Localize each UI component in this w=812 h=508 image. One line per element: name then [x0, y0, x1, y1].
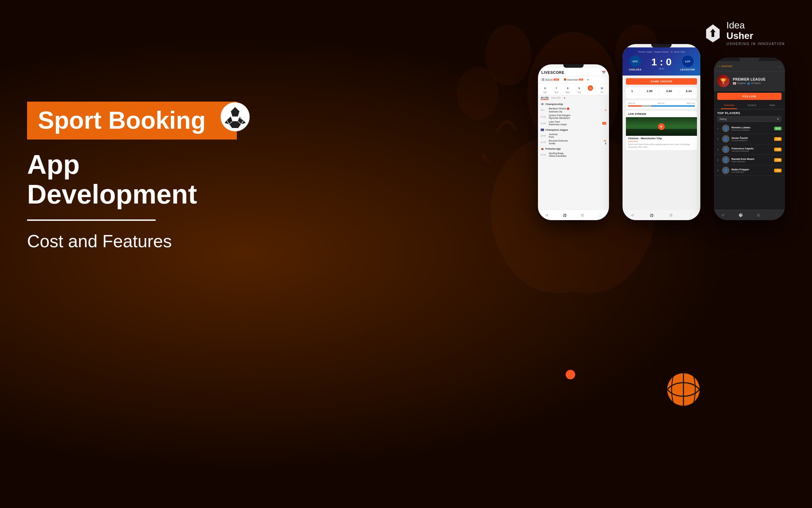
match-away-3: Rotherham United: [549, 123, 601, 126]
leagues-header: ‹ < LEAGUES ...: [714, 61, 785, 71]
player-rank-2: 2: [717, 138, 720, 140]
match-teams-5: Borussia Dortmund Sevilla: [549, 140, 602, 145]
follow-button[interactable]: FOLLOW: [717, 93, 782, 100]
teams-icon: 👥: [747, 82, 750, 85]
tab-content[interactable]: Content: [745, 102, 759, 109]
match-away-2: Wycombe Wanderers: [549, 117, 606, 119]
soccer-nav-icon[interactable]: ⚽: [562, 212, 568, 218]
match-screen: Premier League Regular Season St. James'…: [623, 44, 700, 220]
match-time-5: 22:00: [541, 141, 547, 143]
back-button[interactable]: ‹ < LEAGUES: [717, 65, 732, 67]
orange-dot: [566, 370, 575, 379]
stream-description: Estoril and Santa Clara will be playing …: [626, 143, 697, 150]
basketball-badge: 24: [579, 79, 583, 81]
player-avatar-1: 👤: [722, 125, 729, 132]
day-mon[interactable]: 8 Mon: [564, 85, 572, 95]
player-row-2: 2 👤 Goran Čaušić Central Midfielder 7.90: [714, 134, 785, 144]
match-home-3: Luton Town: [549, 121, 601, 123]
match-row-6: 23:45 Sporting Braga Vitória Guimarães: [541, 151, 606, 158]
phone-notch-3: [739, 58, 760, 61]
poss-draw-label: 15% (3): [657, 102, 664, 104]
day-sun[interactable]: 7 Sun: [552, 85, 560, 95]
possession-bar: 20% (4) 15% (3) 65% (13): [626, 100, 697, 109]
match-refresh-icon[interactable]: ↺: [629, 212, 635, 218]
match-header: Premier League Regular Season St. James'…: [623, 47, 700, 76]
chelsea-logo: CFC: [630, 56, 641, 67]
divider: [27, 219, 156, 221]
more-icon[interactable]: ⋮: [597, 212, 603, 218]
left-content: Sport Booking App Development Cost and F…: [27, 102, 237, 251]
top-players-title: TOP PLAYERS: [714, 109, 785, 116]
filter-all[interactable]: All (76): [541, 97, 548, 100]
match-time-3: 21:00: [541, 122, 547, 124]
stream-play-button[interactable]: ▶: [658, 123, 665, 130]
day-circle-fri: 12: [599, 85, 605, 91]
soccer-ball-decoration: [220, 102, 250, 132]
soccer-tab[interactable]: ⚽ Soccer 123: [540, 78, 561, 82]
poss-labels: 20% (4) 15% (3) 65% (13): [628, 102, 695, 104]
premier-logo: 🏆: [717, 75, 729, 87]
headline-box: Sport Booking: [27, 102, 237, 140]
refresh-icon[interactable]: ↺: [544, 212, 550, 218]
leicester-name: LEICESTER: [680, 68, 695, 71]
champions-name: Champions league: [545, 128, 568, 131]
player-rating-3: 7.90: [774, 148, 782, 151]
champions-header: UCL Champions league: [541, 128, 606, 131]
leagues-more-icon[interactable]: ⋮: [773, 212, 779, 218]
match-odds-row: 1 1.95 3.66 4.34: [626, 87, 697, 98]
match-teams-display: CFC CHELSEA 1 : 0 49:30 LCF LEICESTER: [626, 56, 697, 71]
match-row-2: 21:00 Queens Park Rangers Wycombe Wander…: [541, 113, 606, 120]
match-menu-icon[interactable]: ☰: [668, 212, 674, 218]
player-rating-2: 7.90: [774, 137, 782, 141]
game-center-button[interactable]: GAME CENTER: [626, 78, 697, 85]
player-avatar-4: 👤: [722, 156, 729, 164]
player-pos-1: Defensive Midfielder: [731, 129, 772, 131]
day-circle-mon: 8: [565, 85, 570, 91]
match-time-4: 22:00: [541, 135, 547, 137]
basketball-tab[interactable]: 🏀 Basketball 24: [562, 78, 585, 82]
player-rating-5: 7.87: [774, 169, 782, 172]
leagues-refresh-icon[interactable]: ↺: [720, 212, 726, 218]
away-team-block: LCF LEICESTER: [678, 56, 697, 71]
more-options-icon[interactable]: ...: [778, 64, 782, 68]
filter-live[interactable]: Live (12): [551, 97, 560, 100]
player-row-4: 4 👤 Randal Kolo Muani Right Midfielder 7…: [714, 155, 785, 165]
stat-value-2: 1.95: [647, 89, 653, 93]
poss-away-label: 65% (13): [687, 102, 695, 104]
day-thu[interactable]: 11 Thu: [586, 85, 594, 95]
menu-icon[interactable]: ☰: [579, 212, 585, 218]
more-sports-icon[interactable]: ●: [587, 78, 589, 81]
svg-point-3: [457, 66, 499, 120]
match-breadcrumb: Premier League Regular Season St. James'…: [626, 51, 697, 53]
day-fri[interactable]: 12 Fri: [598, 85, 606, 95]
leagues-menu-icon[interactable]: ☰: [755, 212, 761, 218]
player-rank-5: 5: [717, 169, 720, 172]
leagues-soccer-icon[interactable]: ⚽: [738, 212, 744, 218]
logo-icon: [703, 23, 723, 43]
player-info-2: Goran Čaušić Central Midfielder: [731, 136, 772, 142]
main-headline: Sport Booking: [38, 108, 226, 133]
premier-details: PREMIER LEAGUE 🏴󠁧󠁢󠁥󠁮󠁧󠁿 England 👥 20 Team…: [733, 78, 782, 85]
day-circle-tue: 9: [577, 85, 582, 91]
livescore-title: LIVESCORE: [541, 70, 564, 75]
player-name-5: Robin Pröpper: [731, 168, 772, 171]
rating-selector[interactable]: Rating ▼: [717, 116, 782, 122]
match-tip-3: TIP: [602, 122, 606, 125]
stream-thumbnail[interactable]: ▶: [626, 117, 697, 136]
day-sat[interactable]: 6 Sat: [541, 85, 549, 95]
player-row-1: 1 👤 Romelu Lukaku Defensive Midfielder 8…: [714, 123, 785, 134]
player-row-5: 5 👤 Robin Pröpper Left Midfielder 7.87: [714, 165, 785, 176]
home-team-block: CFC CHELSEA: [626, 56, 645, 71]
tab-overview[interactable]: Overview: [721, 102, 737, 109]
ls-days: 6 Sat 7 Sun 8 Mon 9 Tue 11 Thu: [538, 83, 609, 95]
player-info-4: Randal Kolo Muani Right Midfielder: [731, 157, 772, 163]
calendar-icon[interactable]: 📅: [602, 71, 606, 74]
match-time-2: 21:00: [541, 116, 547, 118]
champions-section: UCL Champions league 22:00 Juventus Port…: [538, 127, 609, 146]
leagues-bottom-bar: ↺ ⚽ ☰ ⋮: [714, 210, 785, 220]
match-more-icon[interactable]: ⋮: [687, 212, 694, 218]
day-tue[interactable]: 9 Tue: [575, 85, 583, 95]
championship-header: 🏴 Championship: [541, 103, 606, 106]
tab-stats[interactable]: Stats: [767, 102, 778, 109]
match-soccer-icon[interactable]: ⚽: [649, 212, 655, 218]
